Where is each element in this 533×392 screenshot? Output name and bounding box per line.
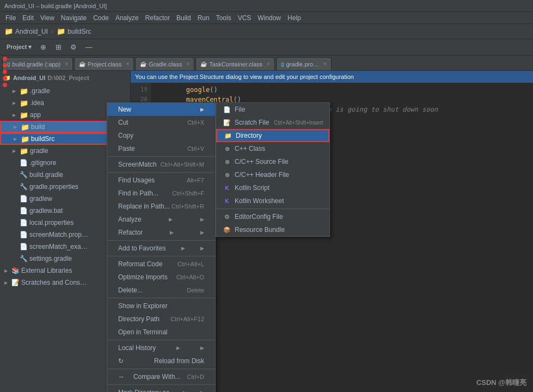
submenu-label-resource-bundle: Resource Bundle — [235, 226, 285, 234]
toolbar-btn-minimize[interactable]: — — [82, 41, 96, 53]
tab-label-gradle-pro: gradle.pro… — [286, 61, 320, 68]
submenu-item-cpp-class[interactable]: ⊕ C++ Class — [216, 142, 329, 155]
ctx-item-reformat[interactable]: Reformat Code Ctrl+Alt+L — [107, 258, 215, 271]
submenu-item-cpp-header[interactable]: ⊕ C/C++ Header File — [216, 168, 329, 181]
ctx-label-open-terminal: Open in Terminal — [118, 328, 168, 336]
ctx-item-show-explorer[interactable]: Show in Explorer — [107, 299, 215, 313]
menu-vcs[interactable]: VCS — [235, 13, 255, 23]
title-text: Android_UI – build.gradle [Android_UI] — [4, 3, 107, 9]
file-icon-gitignore: 📄 — [20, 159, 28, 167]
nav-buildsrc[interactable]: buildSrc — [68, 28, 91, 35]
submenu-label-kotlin-script: Kotlin Script — [235, 184, 269, 192]
submenu-new: 📄 File 📝 Scratch File Ctrl+Alt+Shift+Ins… — [216, 102, 330, 237]
submenu-item-scratch[interactable]: 📝 Scratch File Ctrl+Alt+Shift+Insert — [216, 116, 329, 129]
menu-run[interactable]: Run — [194, 13, 213, 23]
submenu-item-kotlin-worksheet[interactable]: K Kotlin Worksheet — [216, 194, 329, 207]
tab-taskcontainer[interactable]: ☕ TaskContainer.class × — [195, 57, 275, 70]
tab-close-gradle[interactable]: × — [186, 61, 189, 67]
ctx-sep3 — [107, 240, 215, 241]
menu-tools[interactable]: Tools — [213, 13, 235, 23]
tab-close-gradle-pro[interactable]: × — [323, 61, 327, 67]
tab-label-build-gradle: build.gradle (:app) — [13, 61, 61, 68]
submenu-item-resource-bundle[interactable]: 📦 Resource Bundle — [216, 223, 329, 236]
gradle-tab-icon2: g — [281, 61, 284, 67]
toolbar-btn-sync[interactable]: ⊕ — [36, 41, 50, 53]
ctx-item-cut[interactable]: Cut Ctrl+X — [107, 116, 215, 129]
tab-close-build-gradle[interactable]: × — [65, 61, 68, 67]
tab-gradle-pro[interactable]: g gradle.pro… × — [276, 57, 332, 70]
tab-project-class[interactable]: ☕ Project.class × — [74, 57, 134, 70]
menu-code[interactable]: Code — [90, 13, 112, 23]
file-icon-smex: 📄 — [20, 243, 28, 250]
nav-project[interactable]: Android_UI — [15, 28, 48, 35]
ctx-item-optimize[interactable]: Optimize Imports Ctrl+Alt+O — [107, 271, 215, 284]
ctx-item-favorites[interactable]: Add to Favorites ▶ — [107, 242, 215, 255]
ctx-item-find-path[interactable]: Find in Path... Ctrl+Shift+F — [107, 187, 215, 200]
cpp-hdr-icon: ⊕ — [223, 171, 231, 179]
ctx-item-analyze[interactable]: Analyze ▶ — [107, 213, 215, 226]
ctx-item-mark-dir[interactable]: Mark Directory as ▶ — [107, 386, 215, 392]
dir-sub-icon: 📁 — [224, 132, 232, 139]
menu-analyze[interactable]: Analyze — [112, 13, 142, 23]
ctx-item-replace-path[interactable]: Replace in Path... Ctrl+Shift+R — [107, 200, 215, 213]
submenu-label-kotlin-worksheet: Kotlin Worksheet — [235, 197, 284, 205]
ctx-item-dir-path[interactable]: Directory Path Ctrl+Alt+F12 — [107, 313, 215, 326]
menu-file[interactable]: File — [2, 13, 19, 23]
ctx-item-compare[interactable]: ↔ Compare With... Ctrl+D — [107, 370, 215, 383]
tab-close-project[interactable]: × — [126, 61, 129, 67]
ctx-arrow-analyze: ▶ — [169, 217, 173, 222]
ctx-item-new[interactable]: New ▶ — [107, 103, 215, 116]
ctx-item-copy[interactable]: Copy — [107, 129, 215, 142]
tree-label-build: build — [31, 123, 45, 131]
submenu-label-editorconfig: EditorConfig File — [235, 213, 283, 220]
ctx-item-paste[interactable]: Paste Ctrl+V — [107, 142, 215, 155]
submenu-item-editorconfig[interactable]: ⚙ EditorConfig File — [216, 210, 329, 223]
toolbar-btn-collapse[interactable]: ⊞ — [51, 41, 65, 53]
ctx-arrow-refactor: ▶ — [170, 230, 174, 235]
menu-edit[interactable]: Edit — [19, 13, 37, 23]
menu-navigate[interactable]: Navigate — [58, 13, 90, 23]
ctx-item-delete[interactable]: Delete... Delete — [107, 284, 215, 297]
submenu-item-directory[interactable]: 📁 Directory — [216, 129, 329, 142]
tab-close-taskcontainer[interactable]: × — [267, 61, 270, 67]
tree-label-ext-libs: External Libraries — [21, 267, 72, 274]
menu-help[interactable]: Help — [284, 13, 304, 23]
info-bar: You can use the Project Structure dialog… — [131, 71, 533, 83]
menu-view[interactable]: View — [37, 13, 58, 23]
submenu-label-cpp-source: C/C++ Source File — [235, 158, 289, 166]
ctx-item-reload[interactable]: ↻ Reload from Disk — [107, 354, 215, 367]
cpp-src-icon: ⊕ — [223, 158, 231, 166]
ctx-item-find-usages[interactable]: Find Usages Alt+F7 — [107, 174, 215, 187]
menu-refactor[interactable]: Refactor — [142, 13, 173, 23]
tree-label-local-props: local.properties — [29, 219, 73, 226]
tab-gradle-class[interactable]: ☕ Gradle.class × — [135, 57, 194, 70]
ctx-item-open-terminal[interactable]: Open in Terminal — [107, 326, 215, 339]
tree-label-gradlew-bat: gradlew.bat — [29, 207, 63, 215]
ctx-label-delete: Delete... — [118, 286, 143, 294]
tab-label-project: Project.class — [88, 61, 121, 68]
menu-build[interactable]: Build — [173, 13, 194, 23]
reload-icon: ↻ — [118, 357, 124, 365]
ctx-shortcut-cw: Ctrl+D — [187, 373, 204, 380]
submenu-item-file[interactable]: 📄 File — [216, 103, 329, 116]
watermark: CSDN @韩曈亮 — [476, 378, 526, 388]
tab-build-gradle[interactable]: g build.gradle (:app) × — [2, 57, 73, 70]
ctx-item-refactor[interactable]: Refactor ▶ — [107, 226, 215, 239]
file-icon-scratches: 📝 — [11, 279, 20, 286]
folder-icon-app: 📁 — [20, 111, 28, 119]
ctx-label-optimize: Optimize Imports — [118, 273, 168, 281]
ctx-label-cut: Cut — [118, 119, 128, 126]
file-icon-local: 📄 — [20, 219, 28, 226]
tree-item-gradle[interactable]: ▶ 📁 .gradle — [0, 85, 130, 97]
ctx-label-find-usages: Find Usages — [118, 176, 155, 184]
submenu-item-kotlin-script[interactable]: K Kotlin Script — [216, 181, 329, 194]
submenu-item-cpp-source[interactable]: ⊕ C/C++ Source File — [216, 155, 329, 168]
sidebar-project-name: Android_UI — [13, 75, 45, 81]
menu-window[interactable]: Window — [254, 13, 284, 23]
ctx-item-local-history[interactable]: Local History ▶ — [107, 341, 215, 354]
indicator-4 — [3, 76, 7, 81]
toolbar-btn-settings[interactable]: ⚙ — [66, 41, 81, 53]
ctx-label-refactor: Refactor — [118, 229, 143, 236]
folder-icon-buildsrc: 📁 — [21, 135, 29, 143]
ctx-item-screenmatch[interactable]: ScreenMatch Ctrl+Alt+Shift+M — [107, 158, 215, 171]
